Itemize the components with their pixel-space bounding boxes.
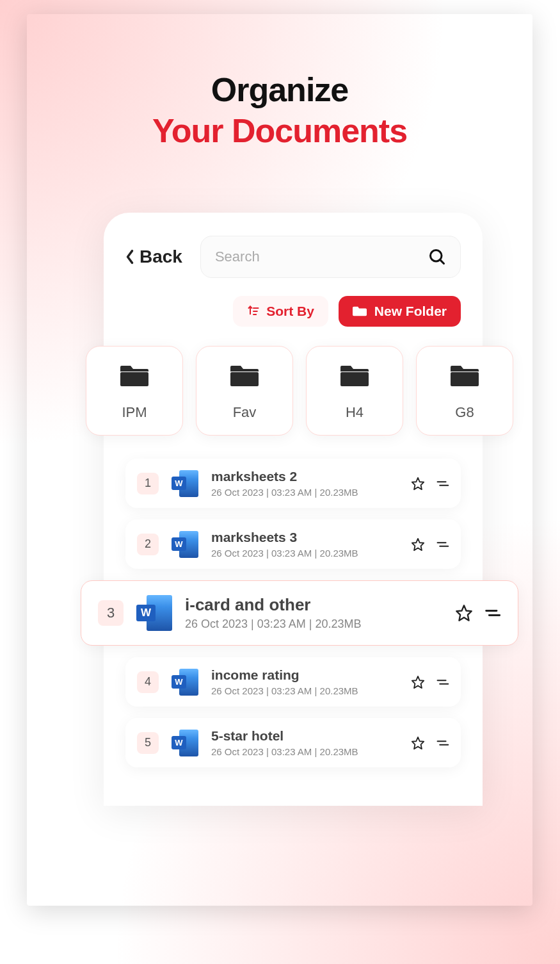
row-number: 3 xyxy=(98,600,124,626)
search-input[interactable] xyxy=(215,249,428,265)
document-title: marksheets 3 xyxy=(211,530,398,545)
search-field-wrapper[interactable] xyxy=(200,236,461,278)
star-icon[interactable] xyxy=(411,477,425,491)
document-meta: 26 Oct 2023 | 03:23 AM | 20.23MB xyxy=(211,487,398,498)
row-actions xyxy=(411,477,449,491)
row-actions xyxy=(411,537,449,551)
folder-grid: IPM Fav H4 G8 xyxy=(64,346,535,436)
svg-rect-5 xyxy=(120,372,148,386)
action-bar: Sort By New Folder xyxy=(104,278,483,327)
hero-line2: Your Documents xyxy=(27,111,532,150)
document-meta: 26 Oct 2023 | 03:23 AM | 20.23MB xyxy=(211,685,398,696)
document-info: marksheets 2 26 Oct 2023 | 03:23 AM | 20… xyxy=(211,469,398,498)
word-doc-icon: W xyxy=(172,470,198,497)
sort-icon xyxy=(247,305,260,318)
row-number: 4 xyxy=(137,671,159,693)
document-meta: 26 Oct 2023 | 03:23 AM | 20.23MB xyxy=(185,617,442,631)
document-row[interactable]: 4 W income rating 26 Oct 2023 | 03:23 AM… xyxy=(125,657,461,707)
folder-label: H4 xyxy=(312,404,397,421)
folder-label: IPM xyxy=(92,404,177,421)
svg-marker-21 xyxy=(412,737,424,748)
word-doc-icon: W xyxy=(136,595,172,631)
svg-marker-9 xyxy=(412,477,424,489)
svg-rect-8 xyxy=(451,372,479,386)
folder-icon xyxy=(451,364,479,388)
svg-line-1 xyxy=(440,260,444,264)
svg-marker-15 xyxy=(456,605,471,620)
row-actions xyxy=(411,675,449,689)
search-icon xyxy=(428,248,446,266)
star-icon[interactable] xyxy=(455,604,473,622)
document-row[interactable]: 5 W 5-star hotel 26 Oct 2023 | 03:23 AM … xyxy=(125,718,461,767)
document-title: 5-star hotel xyxy=(211,728,398,744)
word-doc-icon: W xyxy=(172,669,198,696)
folder-icon xyxy=(230,364,259,388)
star-icon[interactable] xyxy=(411,736,425,750)
new-folder-label: New Folder xyxy=(374,304,447,319)
folder-icon xyxy=(120,364,148,388)
document-info: i-card and other 26 Oct 2023 | 03:23 AM … xyxy=(185,595,442,631)
word-doc-icon: W xyxy=(172,730,198,756)
document-info: marksheets 3 26 Oct 2023 | 03:23 AM | 20… xyxy=(211,530,398,559)
folder-label: G8 xyxy=(422,404,508,421)
document-row[interactable]: 3 W i-card and other 26 Oct 2023 | 03:23… xyxy=(81,580,518,646)
document-meta: 26 Oct 2023 | 03:23 AM | 20.23MB xyxy=(211,746,398,757)
document-meta: 26 Oct 2023 | 03:23 AM | 20.23MB xyxy=(211,548,398,559)
folder-tile[interactable]: G8 xyxy=(416,346,513,436)
document-info: income rating 26 Oct 2023 | 03:23 AM | 2… xyxy=(211,667,398,696)
back-label: Back xyxy=(140,247,182,267)
document-title: marksheets 2 xyxy=(211,469,398,484)
star-icon[interactable] xyxy=(411,675,425,689)
document-title: income rating xyxy=(211,667,398,683)
options-icon[interactable] xyxy=(435,736,449,750)
row-actions xyxy=(455,604,501,622)
svg-rect-7 xyxy=(340,372,369,386)
svg-marker-18 xyxy=(412,676,424,687)
row-actions xyxy=(411,736,449,750)
document-info: 5-star hotel 26 Oct 2023 | 03:23 AM | 20… xyxy=(211,728,398,757)
star-icon[interactable] xyxy=(411,537,425,551)
row-number: 1 xyxy=(137,473,159,494)
options-icon[interactable] xyxy=(435,675,449,689)
options-icon[interactable] xyxy=(435,477,449,491)
row-number: 5 xyxy=(137,732,159,754)
topbar: Back xyxy=(104,236,483,278)
folder-plus-icon xyxy=(353,305,367,318)
back-button[interactable]: Back xyxy=(125,247,182,267)
folder-tile[interactable]: IPM xyxy=(86,346,183,436)
hero-heading: Organize Your Documents xyxy=(27,14,532,150)
document-title: i-card and other xyxy=(185,595,442,615)
hero-line1: Organize xyxy=(27,70,532,109)
sort-by-button[interactable]: Sort By xyxy=(233,296,328,327)
word-doc-icon: W xyxy=(172,531,198,558)
svg-rect-6 xyxy=(230,372,259,386)
sort-by-label: Sort By xyxy=(266,304,314,319)
app-frame: Organize Your Documents Back Sort By New… xyxy=(27,14,532,906)
row-number: 2 xyxy=(137,534,159,555)
document-row[interactable]: 1 W marksheets 2 26 Oct 2023 | 03:23 AM … xyxy=(125,459,461,508)
folder-tile[interactable]: H4 xyxy=(306,346,403,436)
svg-marker-12 xyxy=(412,538,424,550)
options-icon[interactable] xyxy=(435,537,449,551)
options-icon[interactable] xyxy=(483,604,501,622)
folder-label: Fav xyxy=(202,404,287,421)
chevron-left-icon xyxy=(125,249,134,265)
new-folder-button[interactable]: New Folder xyxy=(339,296,461,327)
document-row[interactable]: 2 W marksheets 3 26 Oct 2023 | 03:23 AM … xyxy=(125,519,461,569)
folder-icon xyxy=(340,364,369,388)
folder-tile[interactable]: Fav xyxy=(196,346,293,436)
document-list: 1 W marksheets 2 26 Oct 2023 | 03:23 AM … xyxy=(104,436,483,767)
documents-card: Back Sort By New Folder IPM Fav H4 G8 xyxy=(104,213,483,806)
